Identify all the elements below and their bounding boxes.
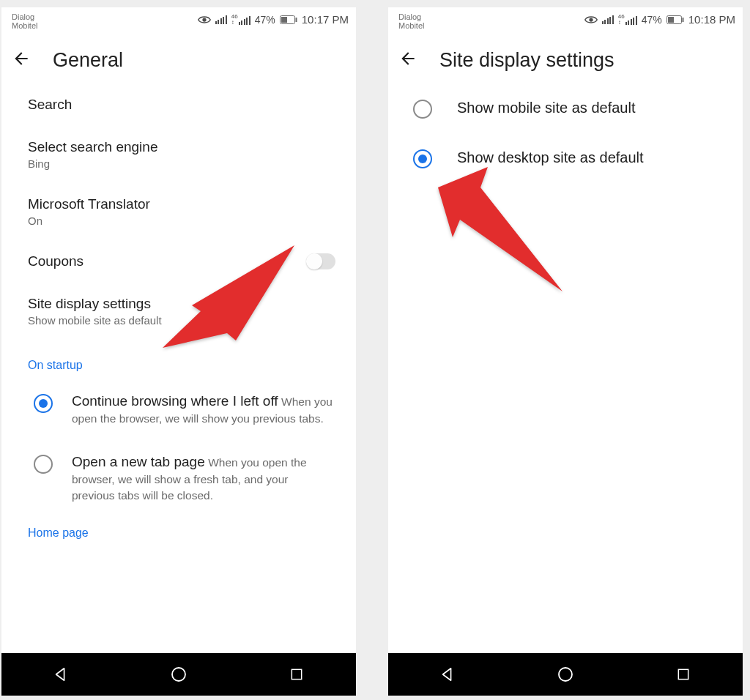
- battery-icon: [667, 15, 684, 24]
- home-page-header: Home page: [1, 518, 356, 547]
- open-new-tab-radio[interactable]: Open a new tab page When you open the br…: [1, 440, 356, 518]
- system-nav-bar: [388, 653, 743, 696]
- search-item[interactable]: Search: [1, 83, 356, 126]
- battery-icon: [280, 15, 297, 24]
- radio-label: Open a new tab page: [72, 454, 205, 469]
- item-value: On: [28, 215, 150, 227]
- screenshot-left: Dialog Mobitel 46↕ 47% 10:17 PM: [1, 7, 356, 696]
- battery-percent: 47%: [642, 14, 662, 26]
- coupons-item[interactable]: Coupons: [1, 240, 356, 283]
- network-4g-icon: 46↕: [231, 14, 238, 24]
- app-bar: General: [1, 37, 356, 83]
- clock: 10:18 PM: [688, 13, 735, 26]
- site-display-settings-item[interactable]: Site display settings Show mobile site a…: [1, 283, 356, 340]
- carrier-labels: Dialog Mobitel: [398, 13, 424, 30]
- system-nav-bar: [1, 653, 356, 696]
- network-4g-icon: 46↕: [618, 14, 625, 24]
- item-label: Coupons: [28, 253, 83, 269]
- item-label: Microsoft Translator: [28, 196, 150, 212]
- nav-recent-icon[interactable]: [673, 664, 694, 685]
- item-value: Bing: [28, 157, 157, 170]
- radio-label: Show mobile site as default: [457, 100, 635, 116]
- eye-comfort-icon: [198, 15, 211, 25]
- nav-home-icon[interactable]: [555, 664, 576, 685]
- back-icon[interactable]: [12, 49, 31, 71]
- item-label: Search: [28, 97, 72, 113]
- signal-icon-2: [625, 16, 637, 25]
- page-title: General: [53, 49, 123, 72]
- site-display-options: Show mobile site as default Show desktop…: [388, 83, 743, 183]
- signal-icon: [215, 15, 227, 24]
- show-mobile-site-radio[interactable]: Show mobile site as default: [388, 83, 743, 133]
- eye-comfort-icon: [584, 15, 598, 25]
- svg-point-12: [559, 668, 572, 681]
- show-desktop-site-radio[interactable]: Show desktop site as default: [388, 133, 743, 183]
- coupons-toggle[interactable]: [306, 253, 335, 269]
- svg-rect-10: [682, 18, 683, 22]
- svg-point-7: [589, 18, 593, 21]
- carrier-labels: Dialog Mobitel: [12, 13, 37, 30]
- radio-icon: [34, 394, 53, 413]
- svg-marker-11: [438, 167, 562, 291]
- radio-icon: [413, 100, 432, 119]
- back-icon[interactable]: [398, 49, 417, 71]
- radio-icon: [413, 149, 432, 168]
- carrier-line-2: Mobitel: [398, 22, 424, 31]
- item-label: Site display settings: [28, 296, 162, 312]
- screenshot-right: Dialog Mobitel 46↕ 47% 10:18 PM: [388, 7, 743, 696]
- clock: 10:17 PM: [302, 13, 349, 26]
- microsoft-translator-item[interactable]: Microsoft Translator On: [1, 183, 356, 240]
- svg-rect-9: [668, 17, 674, 23]
- status-right: 46↕ 47% 10:18 PM: [584, 13, 735, 26]
- battery-percent: 47%: [255, 14, 275, 26]
- app-bar: Site display settings: [388, 37, 743, 83]
- svg-point-5: [172, 668, 185, 681]
- carrier-line-2: Mobitel: [12, 22, 37, 31]
- nav-recent-icon[interactable]: [286, 664, 307, 685]
- item-value: Show mobile site as default: [28, 314, 162, 327]
- settings-list: Search Select search engine Bing Microso…: [1, 83, 356, 547]
- radio-label: Show desktop site as default: [457, 149, 644, 165]
- signal-icon-2: [239, 16, 250, 25]
- status-bar: Dialog Mobitel 46↕ 47% 10:17 PM: [1, 7, 356, 37]
- item-label: Select search engine: [28, 139, 157, 155]
- svg-rect-6: [292, 669, 302, 679]
- continue-browsing-radio[interactable]: Continue browsing where I left off When …: [1, 379, 356, 440]
- carrier-line-1: Dialog: [12, 13, 37, 22]
- page-title: Site display settings: [439, 49, 615, 72]
- select-search-engine-item[interactable]: Select search engine Bing: [1, 126, 356, 183]
- on-startup-header: On startup: [1, 340, 356, 379]
- annotation-arrow-icon: [438, 167, 570, 309]
- nav-back-icon[interactable]: [51, 664, 71, 685]
- svg-rect-2: [281, 17, 287, 23]
- svg-point-0: [202, 18, 206, 21]
- carrier-line-1: Dialog: [398, 13, 424, 22]
- svg-rect-3: [295, 18, 297, 22]
- radio-icon: [34, 455, 53, 474]
- svg-rect-13: [679, 669, 688, 679]
- nav-home-icon[interactable]: [168, 664, 189, 685]
- radio-label: Continue browsing where I left off: [72, 393, 278, 409]
- nav-back-icon[interactable]: [437, 664, 458, 685]
- signal-icon: [602, 15, 614, 24]
- status-bar: Dialog Mobitel 46↕ 47% 10:18 PM: [388, 7, 743, 37]
- status-right: 46↕ 47% 10:17 PM: [198, 13, 349, 26]
